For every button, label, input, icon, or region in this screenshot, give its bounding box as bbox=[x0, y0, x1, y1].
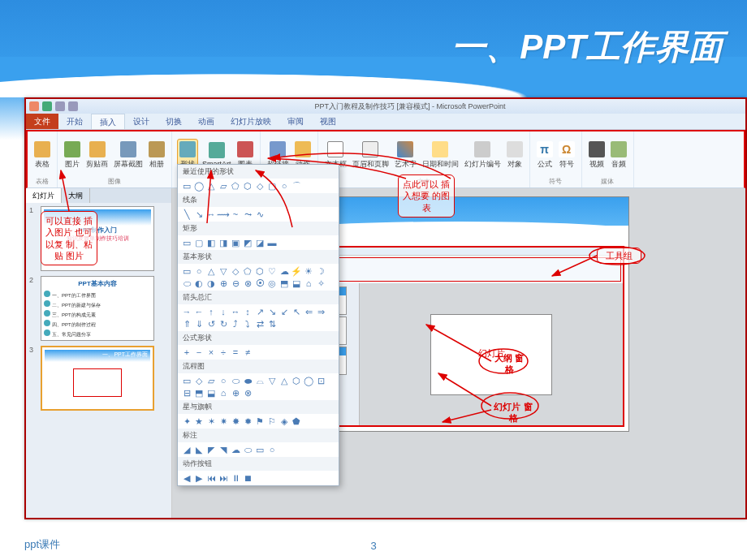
side-tab-slides[interactable]: 幻灯片 bbox=[26, 188, 62, 203]
screenshot-button[interactable]: 屏幕截图 bbox=[112, 140, 145, 171]
group-images: 图像 bbox=[108, 177, 121, 186]
tab-view[interactable]: 视图 bbox=[312, 114, 344, 129]
slidenum-button[interactable]: 幻灯片编号 bbox=[463, 140, 503, 171]
callout-toolbar: 工具组 bbox=[597, 248, 641, 264]
footer-left: ppt课件 bbox=[24, 537, 60, 552]
headerfooter-button[interactable]: 页眉和页脚 bbox=[351, 140, 391, 171]
album-button[interactable]: 相册 bbox=[147, 140, 166, 171]
ribbon: 表格 表格 图片 剪贴画 屏幕截图 相册 图像 形状 SmartArt 图表 bbox=[26, 130, 745, 188]
page-number: 3 bbox=[370, 540, 376, 552]
wordart-button[interactable]: 艺术字 bbox=[393, 140, 418, 171]
callout-outline: 大纲 窗格 bbox=[489, 349, 529, 379]
ribbon-tabs: 文件 开始 插入 设计 切换 动画 幻灯片放映 审阅 视图 bbox=[26, 114, 745, 130]
video-button[interactable]: 视频 bbox=[587, 140, 607, 171]
app-icon bbox=[29, 101, 39, 111]
callout-chart: 点此可以 插入想要 的图表 bbox=[398, 174, 455, 218]
thumb-2[interactable]: 2 PPT基本内容 一、PPT的工作界面 二、PPT的新建与保存 三、PPT的构… bbox=[29, 276, 168, 341]
group-tables: 表格 bbox=[36, 177, 49, 186]
callout-slidepane: 幻灯片 窗格 bbox=[489, 398, 538, 428]
tab-animations[interactable]: 动画 bbox=[190, 114, 222, 129]
equation-button[interactable]: π公式 bbox=[535, 140, 555, 171]
slide-title: 一、PPT工作界面 bbox=[451, 24, 723, 70]
tab-file[interactable]: 文件 bbox=[26, 114, 58, 129]
datetime-button[interactable]: 日期和时间 bbox=[421, 140, 460, 171]
tab-transitions[interactable]: 切换 bbox=[158, 114, 190, 129]
clipart-button[interactable]: 剪贴画 bbox=[84, 140, 110, 171]
save-icon[interactable] bbox=[42, 101, 52, 111]
shapes-dropdown[interactable]: 最近使用的形状 ▭◯△▱⬠⬡◇▢○⌒ 线条 ╲↘↔⟿~⤳∿ 矩形 ▭▢◧◨▣◩◪… bbox=[177, 164, 339, 486]
group-media: 媒体 bbox=[601, 177, 614, 186]
title-bar: PPT入门教程及制作技巧 [兼容模式] - Microsoft PowerPoi… bbox=[26, 99, 745, 114]
undo-icon[interactable] bbox=[55, 101, 65, 111]
side-tab-outline[interactable]: 大纲 bbox=[62, 188, 90, 203]
group-symbols: 符号 bbox=[549, 177, 562, 186]
picture-button[interactable]: 图片 bbox=[63, 140, 82, 171]
tab-insert[interactable]: 插入 bbox=[91, 114, 125, 129]
tables-button[interactable]: 表格 bbox=[32, 140, 52, 171]
tab-home[interactable]: 开始 bbox=[58, 114, 91, 129]
powerpoint-window: PPT入门教程及制作技巧 [兼容模式] - Microsoft PowerPoi… bbox=[24, 97, 747, 519]
tab-design[interactable]: 设计 bbox=[125, 114, 158, 129]
object-button[interactable]: 对象 bbox=[505, 140, 525, 171]
symbol-button[interactable]: Ω符号 bbox=[557, 140, 576, 171]
callout-images: 可以直接 插入图片 也可以复 制、粘贴 图片 bbox=[41, 211, 97, 265]
tab-review[interactable]: 审阅 bbox=[279, 114, 312, 129]
redo-icon[interactable] bbox=[68, 101, 78, 111]
tab-slideshow[interactable]: 幻灯片放映 bbox=[222, 114, 279, 129]
thumb-3[interactable]: 3 一、PPT工作界面 bbox=[29, 346, 168, 411]
audio-button[interactable]: 音频 bbox=[609, 140, 628, 171]
window-title: PPT入门教程及制作技巧 [兼容模式] - Microsoft PowerPoi… bbox=[314, 101, 505, 112]
current-slide[interactable]: 幻灯片 bbox=[288, 196, 629, 432]
